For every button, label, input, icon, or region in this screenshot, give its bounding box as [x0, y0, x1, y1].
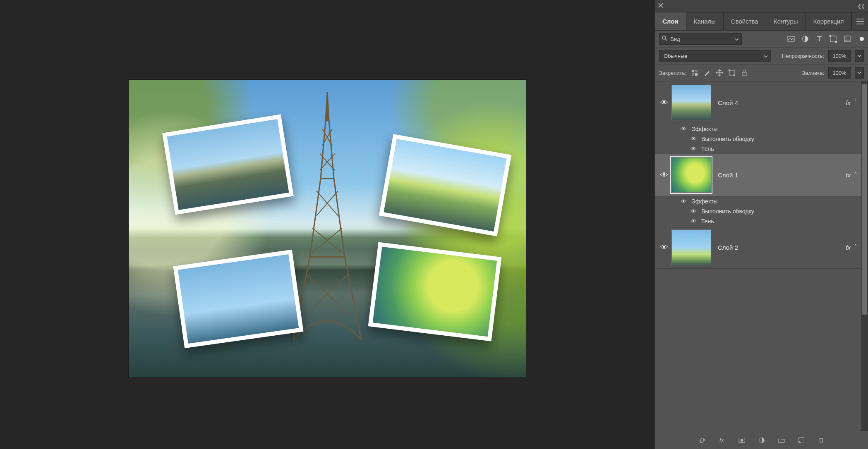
effects-header-row[interactable]: Эффекты: [655, 196, 861, 206]
canvas-area: [0, 0, 655, 449]
effect-name: Выполнить обводку: [701, 208, 754, 215]
chevron-up-icon[interactable]: ˄: [854, 244, 857, 251]
layers-panel: ❮❮ Слои Каналы Свойства Контуры Коррекци…: [655, 0, 868, 449]
fill-value[interactable]: 100%: [828, 67, 851, 79]
effect-row[interactable]: Тень: [655, 216, 861, 226]
fx-badge[interactable]: fx˄: [846, 171, 857, 179]
filter-adjust-icon[interactable]: [801, 35, 809, 43]
effect-row[interactable]: Тень: [655, 144, 861, 154]
filter-image-icon[interactable]: [787, 35, 795, 43]
svg-point-20: [683, 200, 684, 202]
layer-thumbnail[interactable]: [671, 85, 711, 120]
svg-point-18: [693, 148, 694, 149]
opacity-label: Непрозрачность:: [782, 53, 824, 59]
opacity-stepper[interactable]: [855, 50, 864, 62]
tab-channels[interactable]: Каналы: [686, 12, 724, 30]
blend-mode-label: Обычные: [664, 53, 687, 59]
chevron-up-icon[interactable]: ˄: [854, 99, 857, 106]
group-icon[interactable]: [777, 436, 786, 444]
svg-rect-8: [695, 70, 698, 72]
fill-stepper[interactable]: [855, 67, 864, 79]
collapse-icon[interactable]: ❮❮: [857, 3, 865, 9]
collage-photo-4[interactable]: [368, 242, 502, 341]
svg-rect-3: [830, 36, 836, 42]
svg-point-15: [663, 101, 665, 103]
visibility-eye-icon[interactable]: [690, 209, 696, 214]
layer-row[interactable]: Слой 4 fx˄: [655, 81, 861, 124]
tab-properties[interactable]: Свойства: [724, 12, 766, 30]
lock-pixels-icon[interactable]: [691, 69, 699, 77]
filter-toggle-dot[interactable]: [860, 37, 864, 41]
panel-tabs: Слои Каналы Свойства Контуры Коррекция: [655, 12, 868, 31]
layer-row[interactable]: Слой 1 fx˄: [655, 154, 861, 196]
svg-point-25: [740, 439, 743, 441]
svg-rect-14: [742, 72, 746, 76]
filter-type-icon[interactable]: [815, 35, 823, 43]
opacity-value[interactable]: 100%: [828, 50, 851, 62]
tab-adjust[interactable]: Коррекция: [806, 12, 852, 30]
panel-menu-icon[interactable]: [851, 12, 868, 30]
effect-row[interactable]: Выполнить обводку: [655, 134, 861, 144]
layer-name[interactable]: Слой 2: [718, 244, 738, 251]
visibility-eye-icon[interactable]: [690, 219, 696, 224]
svg-rect-4: [830, 35, 831, 37]
chevron-up-icon[interactable]: ˄: [854, 171, 857, 179]
search-icon: [662, 36, 667, 42]
layer-row[interactable]: Слой 2 fx˄: [655, 226, 861, 269]
svg-rect-6: [844, 36, 850, 42]
layer-thumbnail[interactable]: [671, 229, 711, 265]
fill-label: Заливка:: [802, 70, 824, 76]
adjustment-icon[interactable]: [758, 436, 766, 444]
visibility-eye-icon[interactable]: [690, 136, 696, 142]
svg-rect-9: [692, 73, 694, 76]
close-icon[interactable]: [658, 3, 663, 9]
svg-point-22: [693, 220, 694, 222]
visibility-eye-icon[interactable]: [680, 199, 686, 204]
filter-smart-icon[interactable]: [843, 35, 851, 43]
svg-point-23: [663, 246, 665, 248]
svg-point-17: [693, 138, 694, 139]
lock-all-icon[interactable]: [740, 69, 748, 77]
svg-point-19: [663, 173, 665, 176]
effects-header-row[interactable]: Эффекты: [655, 124, 861, 134]
document-canvas[interactable]: [129, 80, 526, 377]
effects-label: Эффекты: [691, 126, 718, 132]
layers-list[interactable]: Слой 4 fx˄ Эффекты Выполнить обводку Тен…: [655, 81, 868, 431]
chevron-down-icon: [764, 53, 768, 59]
filter-shape-icon[interactable]: [829, 35, 837, 43]
link-icon[interactable]: [698, 436, 706, 444]
lock-artboard-icon[interactable]: [728, 69, 736, 77]
visibility-eye-icon[interactable]: [660, 99, 668, 106]
svg-rect-10: [695, 73, 698, 76]
tab-layers[interactable]: Слои: [655, 12, 686, 30]
layers-footer-toolbar: fx: [655, 431, 868, 449]
svg-point-16: [683, 128, 684, 129]
tab-paths[interactable]: Контуры: [766, 12, 806, 30]
visibility-eye-icon[interactable]: [660, 172, 668, 179]
layer-name[interactable]: Слой 4: [718, 99, 738, 106]
blend-mode-select[interactable]: Обычные: [659, 50, 771, 62]
lock-label: Закрепить:: [659, 70, 686, 76]
visibility-eye-icon[interactable]: [680, 127, 686, 132]
layer-kind-label: Вид: [670, 36, 680, 42]
effect-row[interactable]: Выполнить обводку: [655, 206, 861, 216]
fx-badge[interactable]: fx˄: [846, 244, 857, 251]
svg-point-0: [662, 36, 666, 39]
trash-icon[interactable]: [817, 436, 825, 444]
chevron-down-icon: [735, 36, 739, 42]
layer-thumbnail[interactable]: [671, 157, 711, 193]
fx-badge[interactable]: fx˄: [846, 99, 857, 106]
svg-rect-12: [729, 69, 730, 71]
new-layer-icon[interactable]: [797, 436, 806, 444]
collage-photo-3[interactable]: [173, 250, 303, 348]
mask-icon[interactable]: [738, 436, 746, 444]
visibility-eye-icon[interactable]: [660, 244, 668, 251]
layer-name[interactable]: Слой 1: [718, 172, 738, 179]
layer-kind-select[interactable]: Вид: [659, 33, 742, 45]
lock-move-icon[interactable]: [715, 69, 724, 77]
visibility-eye-icon[interactable]: [690, 146, 696, 152]
scrollbar[interactable]: [861, 81, 868, 431]
fx-icon[interactable]: fx: [718, 436, 726, 444]
effects-label: Эффекты: [691, 198, 718, 205]
lock-brush-icon[interactable]: [703, 69, 711, 77]
